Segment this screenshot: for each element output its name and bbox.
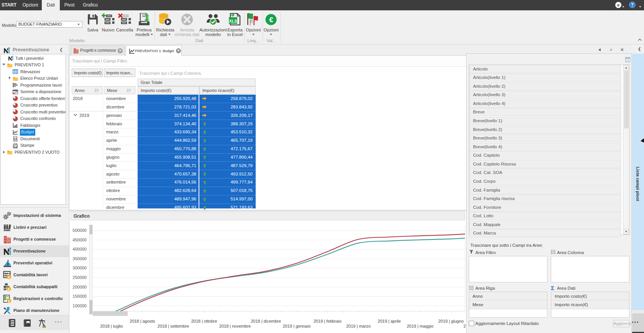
svg-text:2019 | gennaio: 2019 | gennaio [283,324,311,328]
svg-text:400000: 400000 [72,247,87,251]
svg-text:2018 | luglio: 2018 | luglio [100,324,123,328]
svg-text:450000: 450000 [72,238,87,242]
svg-text:200000: 200000 [72,285,87,289]
svg-text:XLS: XLS [229,19,237,23]
svg-text:2018 | dicembre: 2018 | dicembre [251,319,281,323]
svg-text:2018 | ottobre: 2018 | ottobre [191,319,217,323]
svg-text:300000: 300000 [72,266,87,270]
svg-text:2018 | agosto: 2018 | agosto [130,319,155,323]
svg-text:2018 | novembre: 2018 | novembre [219,324,251,328]
svg-text:2019 | aprile: 2019 | aprile [378,319,401,323]
svg-text:2019 | marzo: 2019 | marzo [346,324,371,328]
svg-text:150000: 150000 [72,294,87,299]
svg-text:2019 | febbraio: 2019 | febbraio [314,319,342,323]
svg-text:350000: 350000 [72,256,87,261]
svg-text:100000: 100000 [72,303,87,308]
svg-text:2019 | giugno: 2019 | giugno [438,319,463,323]
svg-text:€: € [269,16,273,24]
svg-text:2018 | settembre: 2018 | settembre [158,324,189,328]
svg-text:500000: 500000 [72,228,87,233]
svg-text:2019 | maggio: 2019 | maggio [407,324,434,328]
svg-text:2: 2 [463,324,466,328]
svg-text:250000: 250000 [72,275,87,280]
